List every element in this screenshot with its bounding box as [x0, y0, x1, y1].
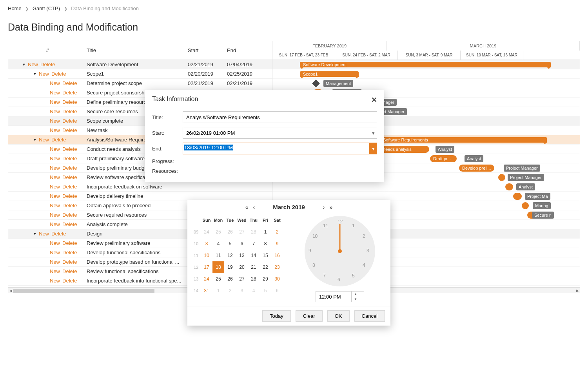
clock-number[interactable]: 3: [367, 248, 369, 253]
dp-day[interactable]: 28: [248, 273, 260, 285]
new-link[interactable]: New: [28, 62, 38, 67]
delete-link[interactable]: Delete: [62, 165, 77, 171]
clock-number[interactable]: 6: [338, 277, 340, 282]
dp-day[interactable]: 2: [224, 285, 236, 293]
prev-year-icon[interactable]: «: [245, 204, 249, 210]
expand-toggle-icon[interactable]: ▼: [31, 138, 39, 142]
caret-down-icon[interactable]: ▾: [369, 127, 377, 139]
dp-day[interactable]: 12: [224, 250, 236, 261]
delete-link[interactable]: Delete: [62, 80, 77, 86]
dp-day[interactable]: 27: [236, 226, 248, 238]
new-link[interactable]: New: [50, 127, 60, 133]
new-link[interactable]: New: [50, 118, 60, 124]
time-input-field[interactable]: [316, 292, 351, 293]
delete-link[interactable]: Delete: [62, 203, 77, 208]
delete-link[interactable]: Delete: [62, 99, 77, 105]
dp-day[interactable]: 9: [271, 238, 283, 250]
scroll-right-icon[interactable]: ▶: [575, 288, 580, 293]
gantt-bar[interactable]: [513, 193, 522, 200]
delete-link[interactable]: Delete: [51, 231, 66, 237]
delete-link[interactable]: Delete: [62, 240, 77, 246]
dp-day[interactable]: 17: [201, 261, 212, 273]
dp-day[interactable]: 19: [224, 261, 236, 273]
start-input[interactable]: [183, 127, 377, 139]
dp-day[interactable]: 30: [271, 273, 283, 285]
dp-day[interactable]: 14: [248, 250, 260, 261]
clock-number[interactable]: 11: [323, 223, 328, 228]
new-link[interactable]: New: [50, 268, 60, 274]
clock-number[interactable]: 8: [312, 263, 315, 268]
dp-day[interactable]: 8: [260, 238, 271, 250]
dp-day[interactable]: 11: [212, 250, 224, 261]
dp-day[interactable]: 3: [236, 285, 248, 293]
caret-down-icon[interactable]: ▾: [369, 143, 377, 154]
new-link[interactable]: New: [39, 231, 49, 237]
breadcrumb-gantt[interactable]: Gantt (CTP): [33, 5, 60, 11]
clock-number[interactable]: 12: [338, 219, 343, 225]
dp-day[interactable]: 24: [201, 273, 212, 285]
gantt-bar[interactable]: [522, 202, 529, 209]
dp-day[interactable]: 18: [212, 261, 224, 273]
new-link[interactable]: New: [50, 156, 60, 161]
clock-number[interactable]: 9: [309, 248, 311, 253]
delete-link[interactable]: Delete: [40, 62, 55, 67]
dp-day[interactable]: 25: [212, 273, 224, 285]
delete-link[interactable]: Delete: [62, 193, 77, 199]
task-row[interactable]: ▼NewDeleteSoftware Development02/21/2019…: [8, 60, 272, 69]
spin-up-icon[interactable]: ▲: [352, 292, 359, 293]
gantt-row[interactable]: Management: [272, 79, 580, 88]
scrollbar-thumb[interactable]: [13, 289, 154, 293]
new-link[interactable]: New: [50, 212, 60, 218]
delete-link[interactable]: Delete: [62, 156, 77, 161]
dp-day[interactable]: 26: [224, 226, 236, 238]
delete-link[interactable]: Delete: [62, 268, 77, 274]
delete-link[interactable]: Delete: [51, 71, 66, 77]
dp-day[interactable]: 20: [236, 261, 248, 273]
clock-number[interactable]: 1: [352, 223, 355, 228]
task-row[interactable]: NewDeleteDetermine project scope02/21/20…: [8, 79, 272, 88]
dp-month-label[interactable]: March 2019: [273, 204, 305, 210]
new-link[interactable]: New: [50, 165, 60, 171]
dp-day[interactable]: 16: [271, 250, 283, 261]
delete-link[interactable]: Delete: [62, 118, 77, 124]
dp-day[interactable]: 5: [224, 238, 236, 250]
clock-hand[interactable]: [339, 224, 341, 251]
close-icon[interactable]: ✕: [371, 96, 377, 104]
delete-link[interactable]: Delete: [62, 278, 77, 284]
delete-link[interactable]: Delete: [62, 221, 77, 227]
gantt-bar[interactable]: Scope1: [300, 71, 359, 77]
gantt-milestone[interactable]: [312, 80, 320, 87]
breadcrumb-home[interactable]: Home: [8, 5, 22, 11]
dp-day[interactable]: 25: [212, 226, 224, 238]
task-row[interactable]: ▼NewDeleteScope102/20/201902/25/2019: [8, 69, 272, 79]
new-link[interactable]: New: [50, 259, 60, 265]
gantt-bar[interactable]: [505, 183, 513, 190]
scroll-left-icon[interactable]: ◀: [8, 288, 13, 293]
gantt-bar[interactable]: [498, 174, 505, 181]
dp-day[interactable]: 10: [201, 250, 212, 261]
dp-day[interactable]: 1: [260, 226, 271, 238]
clock-number[interactable]: 2: [363, 234, 365, 239]
new-link[interactable]: New: [50, 99, 60, 105]
expand-toggle-icon[interactable]: ▼: [20, 63, 28, 67]
clock-number[interactable]: 7: [323, 273, 326, 279]
dp-day[interactable]: 3: [201, 238, 212, 250]
dp-day[interactable]: 23: [271, 261, 283, 273]
new-link[interactable]: New: [39, 137, 49, 143]
delete-link[interactable]: Delete: [62, 212, 77, 218]
dp-day[interactable]: 6: [271, 285, 283, 293]
new-link[interactable]: New: [50, 203, 60, 208]
new-link[interactable]: New: [50, 146, 60, 152]
next-month-icon[interactable]: ›: [323, 204, 325, 210]
dp-day[interactable]: 15: [260, 250, 271, 261]
delete-link[interactable]: Delete: [62, 90, 77, 96]
title-input[interactable]: [183, 111, 377, 123]
delete-link[interactable]: Delete: [51, 137, 66, 143]
expand-toggle-icon[interactable]: ▼: [31, 232, 39, 236]
delete-link[interactable]: Delete: [62, 127, 77, 133]
new-link[interactable]: New: [50, 174, 60, 180]
dp-day[interactable]: 26: [224, 273, 236, 285]
new-link[interactable]: New: [50, 250, 60, 255]
prev-month-icon[interactable]: ‹: [253, 204, 255, 210]
time-input[interactable]: ▲ ▼: [316, 291, 364, 293]
